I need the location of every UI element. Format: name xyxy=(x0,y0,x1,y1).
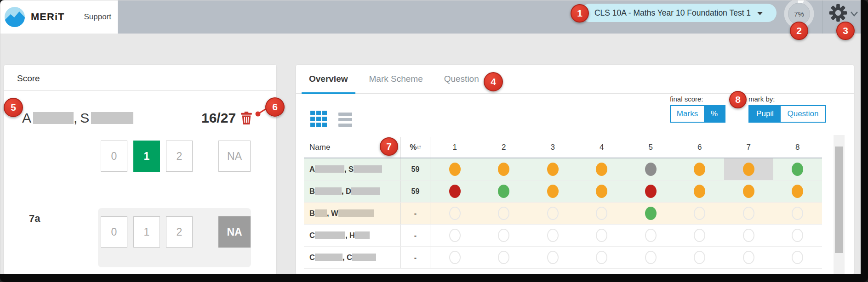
redaction-block xyxy=(315,209,327,217)
mark-dot-green xyxy=(498,185,509,198)
mark-cell-q8[interactable] xyxy=(773,180,822,202)
settings-chevron-down-icon[interactable] xyxy=(850,10,859,18)
merit-logo-icon xyxy=(5,7,25,27)
top-bar: MERiT Support CLS 10A - Maths Year 10 Fo… xyxy=(0,0,861,34)
mark-cell-q1[interactable] xyxy=(430,225,480,246)
mark-cell-q2[interactable] xyxy=(480,225,529,246)
mark-dot-empty xyxy=(596,251,607,264)
score-panel: Score A , S 16/27 xyxy=(4,65,276,274)
mark-cell-q5[interactable] xyxy=(626,158,675,180)
mark-dot-empty xyxy=(743,251,754,264)
redaction-block xyxy=(354,165,382,173)
mark-cell-q3[interactable] xyxy=(528,180,577,202)
mark-cell-q6[interactable] xyxy=(675,247,725,268)
redaction-block xyxy=(355,231,370,239)
mark-cell-q6[interactable] xyxy=(675,158,725,180)
toggle-option-marks[interactable]: Marks xyxy=(671,106,704,122)
row-name-cell: B, D xyxy=(304,180,401,202)
score-button-7a-0[interactable]: 0 xyxy=(101,141,127,172)
student-second-initial: S xyxy=(80,110,89,126)
toggle-option--[interactable]: % xyxy=(704,106,725,122)
tab-question[interactable]: Question xyxy=(437,65,486,94)
table-row[interactable]: B, W- xyxy=(304,203,822,225)
redaction-block xyxy=(315,187,342,195)
mark-cell-q3[interactable] xyxy=(528,158,577,180)
column-header-q8: 8 xyxy=(773,137,822,158)
tab-overview[interactable]: Overview xyxy=(302,65,355,94)
mark-cell-q3[interactable] xyxy=(528,247,577,268)
score-button-7b-0[interactable]: 0 xyxy=(101,216,127,248)
score-button-7a-2[interactable]: 2 xyxy=(166,141,193,172)
mark-cell-q7[interactable] xyxy=(724,203,773,224)
row-percent-value: - xyxy=(401,247,430,268)
mark-cell-q7[interactable] xyxy=(724,247,773,268)
mark-cell-q8[interactable] xyxy=(773,225,822,246)
table-row[interactable]: B, D59 xyxy=(304,180,822,203)
redaction-block xyxy=(351,187,380,195)
mark-cell-q1[interactable] xyxy=(430,203,480,224)
redaction-block xyxy=(33,112,74,124)
mark-dot-empty xyxy=(694,251,705,264)
mark-dot-empty xyxy=(645,251,657,264)
brand-area: MERiT Support xyxy=(0,0,118,34)
mark-cell-q4[interactable] xyxy=(577,225,627,246)
student-name: A , S xyxy=(22,109,133,127)
mark-cell-q4[interactable] xyxy=(577,158,627,180)
tab-mark-scheme[interactable]: Mark Scheme xyxy=(362,65,430,94)
mark-cell-q8[interactable] xyxy=(773,158,822,180)
mark-cell-q2[interactable] xyxy=(480,158,529,180)
delete-trash-icon[interactable] xyxy=(240,112,252,124)
mark-cell-q5[interactable] xyxy=(626,203,675,224)
annotation-badge-8: 8 xyxy=(729,91,747,108)
mark-cell-q1[interactable] xyxy=(430,180,480,202)
mark-cell-q6[interactable] xyxy=(675,180,725,202)
toggle-option-question[interactable]: Question xyxy=(781,106,825,122)
mark-cell-q8[interactable] xyxy=(773,247,822,268)
row-name: C, H xyxy=(309,231,370,240)
list-view-icon[interactable] xyxy=(338,113,352,127)
mark-cell-q4[interactable] xyxy=(577,180,627,202)
mark-cell-q2[interactable] xyxy=(480,180,529,202)
score-button-7b-na[interactable]: NA xyxy=(218,216,251,248)
toggle-option-pupil[interactable]: Pupil xyxy=(749,106,781,122)
student-score: 16/27 xyxy=(201,110,236,126)
table-row[interactable]: C, C- xyxy=(304,247,822,269)
mark-cell-q2[interactable] xyxy=(480,203,529,224)
mark-cell-q3[interactable] xyxy=(528,203,577,224)
mark-cell-q2[interactable] xyxy=(480,247,529,268)
row-name: C, C xyxy=(309,253,376,262)
nav-support-link[interactable]: Support xyxy=(84,12,111,22)
mark-cell-q4[interactable] xyxy=(577,247,627,268)
table-row[interactable]: C, H- xyxy=(304,225,822,247)
mark-cell-q4[interactable] xyxy=(577,203,627,224)
mark-cell-q5[interactable] xyxy=(626,225,675,246)
settings-gear-icon[interactable] xyxy=(828,2,849,23)
table-row[interactable]: A, S59 xyxy=(304,158,822,180)
mark-cell-q5[interactable] xyxy=(626,180,675,202)
mark-cell-q7[interactable] xyxy=(724,225,773,246)
score-button-7a-1[interactable]: 1 xyxy=(133,141,160,172)
mark-cell-q7[interactable] xyxy=(724,158,773,180)
score-button-7b-2[interactable]: 2 xyxy=(166,216,193,248)
marks-table: Name %/# 12345678 A, S59B, D59B, W-C, H-… xyxy=(304,137,822,269)
mark-cell-q8[interactable] xyxy=(773,203,822,224)
mark-dot-empty xyxy=(596,229,607,242)
row-percent-value: 59 xyxy=(401,180,430,202)
row-name-cell: C, H xyxy=(304,225,401,246)
mark-cell-q6[interactable] xyxy=(675,203,725,224)
mark-cell-q6[interactable] xyxy=(675,225,725,246)
mark-dot-orange xyxy=(547,163,559,176)
mark-cell-q1[interactable] xyxy=(430,247,480,268)
mark-dot-empty xyxy=(547,229,559,242)
mark-dot-orange xyxy=(596,163,607,176)
score-button-7a-na[interactable]: NA xyxy=(218,141,251,172)
vertical-scrollbar[interactable] xyxy=(834,135,845,274)
mark-cell-q7[interactable] xyxy=(724,180,773,202)
mark-cell-q1[interactable] xyxy=(430,158,480,180)
scrollbar-thumb[interactable] xyxy=(835,147,843,253)
grid-view-icon[interactable] xyxy=(310,111,327,127)
class-test-dropdown[interactable]: CLS 10A - Maths Year 10 Foundation Test … xyxy=(581,4,777,22)
mark-cell-q3[interactable] xyxy=(528,225,577,246)
score-button-7b-1[interactable]: 1 xyxy=(133,216,160,248)
mark-cell-q5[interactable] xyxy=(626,247,675,268)
